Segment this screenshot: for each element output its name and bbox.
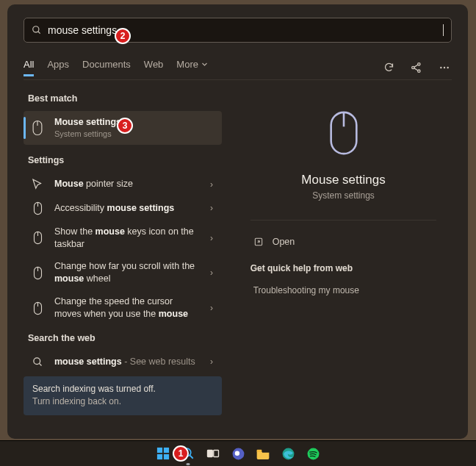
svg-line-21: [39, 363, 41, 365]
start-button[interactable]: [154, 445, 172, 462]
preview-title: Mouse settings: [301, 173, 385, 187]
result-text: Accessibility mouse settings: [54, 202, 201, 215]
chevron-down-icon: [201, 61, 208, 68]
open-icon: [253, 237, 264, 247]
content-area: Best match Mouse settings System setting…: [24, 90, 452, 439]
svg-line-6: [414, 68, 418, 70]
svg-point-8: [444, 66, 445, 68]
taskview-icon: [206, 447, 220, 460]
preview-subtitle: System settings: [312, 190, 375, 201]
settings-result[interactable]: Mouse pointer size ›: [24, 173, 222, 196]
tab-all[interactable]: All: [24, 59, 34, 76]
tab-more[interactable]: More: [176, 59, 208, 76]
preview-icon: [325, 108, 363, 161]
taskbar-spotify[interactable]: [304, 445, 322, 462]
tabs-actions: [381, 60, 452, 75]
settings-result[interactable]: Accessibility mouse settings ›: [24, 196, 222, 221]
svg-line-5: [414, 65, 418, 67]
mouse-icon: [29, 120, 46, 136]
pointer-icon: [29, 178, 46, 191]
teams-icon: [231, 447, 245, 461]
more-button[interactable]: [437, 60, 452, 75]
taskbar-teams[interactable]: [229, 445, 247, 462]
chevron-right-icon: ›: [210, 233, 213, 243]
refresh-button[interactable]: [381, 60, 396, 75]
mouse-icon: [29, 201, 46, 215]
ellipsis-icon: [439, 62, 450, 74]
preview-pane: Mouse settings System settings Open Get …: [235, 90, 452, 439]
svg-line-30: [190, 455, 193, 459]
notice-line1: Search indexing was turned off.: [32, 383, 213, 395]
search-icon: [29, 356, 46, 368]
mouse-icon: [29, 231, 46, 245]
indexing-notice[interactable]: Search indexing was turned off. Turn ind…: [24, 376, 222, 415]
svg-rect-35: [257, 449, 262, 451]
edge-icon: [281, 447, 295, 461]
tab-apps[interactable]: Apps: [47, 59, 69, 76]
chevron-right-icon: ›: [210, 179, 213, 190]
mouse-icon: [29, 266, 46, 280]
annotation-1: 1: [173, 445, 189, 462]
result-text: Change how far you scroll with the mouse…: [54, 260, 201, 285]
svg-rect-25: [157, 448, 162, 453]
filter-tabs: All Apps Documents Web More: [24, 59, 208, 76]
share-button[interactable]: [409, 60, 424, 75]
notice-line2: Turn indexing back on.: [32, 395, 213, 408]
taskbar-edge[interactable]: [279, 445, 297, 462]
result-text: Mouse pointer size: [54, 178, 201, 190]
result-text: Change the speed the cursor moves when y…: [54, 295, 201, 320]
svg-point-9: [447, 66, 448, 68]
open-action[interactable]: Open: [250, 232, 437, 251]
section-best-match: Best match: [28, 93, 222, 104]
result-text: Show the mouse keys icon on the taskbar: [54, 226, 201, 251]
settings-result[interactable]: Show the mouse keys icon on the taskbar …: [24, 221, 222, 256]
svg-rect-32: [214, 451, 219, 457]
svg-rect-27: [157, 454, 162, 459]
svg-point-34: [234, 451, 239, 455]
chevron-right-icon: ›: [210, 303, 213, 313]
task-view[interactable]: [204, 445, 222, 462]
settings-result[interactable]: Change how far you scroll with the mouse…: [24, 255, 222, 290]
tab-web[interactable]: Web: [144, 59, 164, 76]
mouse-icon: [325, 108, 363, 158]
chevron-right-icon: ›: [210, 268, 213, 278]
search-panel: mouse settings All Apps Documents Web Mo…: [7, 4, 468, 439]
quick-help-label: Get quick help from web: [250, 263, 437, 273]
chevron-right-icon: ›: [210, 356, 213, 367]
mouse-icon: [29, 301, 46, 315]
results-column: Best match Mouse settings System setting…: [24, 90, 222, 439]
folder-icon: [256, 448, 270, 460]
refresh-icon: [383, 62, 394, 73]
taskbar: [0, 440, 476, 466]
taskbar-explorer[interactable]: [254, 445, 272, 462]
annotation-3: 3: [117, 118, 133, 134]
share-icon: [411, 62, 422, 74]
tabs-row: All Apps Documents Web More: [24, 55, 452, 80]
divider: [250, 220, 437, 221]
text-caret: [443, 24, 444, 36]
svg-point-0: [33, 26, 39, 32]
svg-rect-28: [164, 454, 169, 459]
section-web: Search the web: [28, 333, 222, 343]
tab-documents[interactable]: Documents: [82, 59, 131, 76]
windows-icon: [156, 447, 170, 460]
chevron-right-icon: ›: [210, 203, 213, 213]
search-row: mouse settings: [24, 18, 452, 43]
result-text: mouse settings - See web results: [54, 356, 201, 368]
troubleshoot-link[interactable]: Troubleshooting my mouse: [250, 281, 437, 300]
svg-line-1: [38, 32, 40, 34]
web-result[interactable]: mouse settings - See web results ›: [24, 351, 222, 373]
section-settings: Settings: [28, 155, 222, 165]
svg-rect-31: [208, 451, 213, 457]
svg-rect-26: [164, 448, 169, 453]
settings-result[interactable]: Change the speed the cursor moves when y…: [24, 290, 222, 326]
svg-point-7: [440, 66, 441, 68]
spotify-icon: [306, 447, 320, 461]
search-box[interactable]: mouse settings: [24, 18, 452, 43]
search-icon: [32, 25, 42, 35]
result-text: Mouse settings System settings: [54, 116, 216, 140]
annotation-2: 2: [115, 28, 131, 44]
svg-point-20: [33, 358, 40, 365]
search-input[interactable]: mouse settings: [48, 24, 442, 36]
